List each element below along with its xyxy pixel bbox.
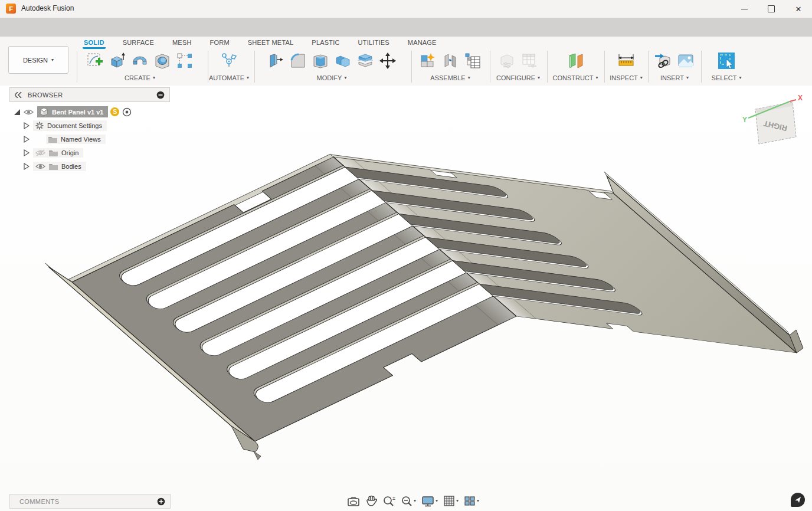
tab-manage[interactable]: MANAGE bbox=[407, 37, 438, 49]
origin-item[interactable]: Origin bbox=[33, 148, 83, 158]
close-button[interactable]: ✕ bbox=[785, 0, 812, 18]
collapse-panel-icon[interactable] bbox=[15, 92, 22, 98]
comments-bar[interactable]: COMMENTS bbox=[9, 494, 171, 509]
group-inspect-label[interactable]: INSPECT▾ bbox=[610, 74, 643, 81]
fit-caret[interactable]: ▾ bbox=[414, 499, 416, 503]
collapsed-triangle-icon[interactable] bbox=[24, 163, 30, 170]
select-icon[interactable] bbox=[717, 51, 736, 70]
feedback-bubble-icon[interactable] bbox=[791, 493, 805, 507]
browser-panel: BROWSER Bent Panel v1 v1 S Document Sett… bbox=[9, 87, 170, 173]
extrude-icon[interactable] bbox=[108, 51, 127, 70]
revolve-icon[interactable] bbox=[130, 51, 149, 70]
group-configure-label[interactable]: CONFIGURE▾ bbox=[496, 74, 540, 81]
fillet-icon[interactable] bbox=[289, 51, 307, 70]
expand-comments-icon[interactable] bbox=[157, 497, 165, 506]
gear-icon bbox=[35, 122, 44, 130]
tab-mesh[interactable]: MESH bbox=[171, 37, 193, 49]
group-insert-label[interactable]: INSERT▾ bbox=[660, 74, 689, 81]
collapsed-triangle-icon[interactable] bbox=[24, 122, 30, 129]
split-body-icon[interactable] bbox=[356, 51, 375, 70]
insert-derive-icon[interactable] bbox=[654, 51, 673, 70]
expand-triangle-icon[interactable] bbox=[13, 108, 21, 116]
fit-icon[interactable]: ▾ bbox=[401, 495, 416, 507]
ribbon-tabs: SOLID SURFACE MESH FORM SHEET METAL PLAS… bbox=[83, 37, 438, 49]
shell-icon[interactable] bbox=[311, 51, 330, 70]
automate-icon[interactable] bbox=[220, 51, 238, 70]
combine-icon[interactable] bbox=[333, 51, 352, 70]
group-configure: CONFIGURE▾ bbox=[492, 49, 545, 84]
group-create: CREATE▾ bbox=[79, 49, 201, 84]
new-component-icon[interactable] bbox=[418, 51, 437, 70]
viewports-icon[interactable]: ▾ bbox=[464, 495, 479, 507]
maximize-icon bbox=[768, 5, 775, 12]
group-automate-label[interactable]: AUTOMATE▾ bbox=[209, 74, 249, 81]
workspace-selector[interactable]: DESIGN ▾ bbox=[8, 46, 68, 74]
tab-plastic[interactable]: PLASTIC bbox=[310, 37, 340, 49]
orbit-icon[interactable] bbox=[347, 495, 360, 507]
collapsed-triangle-icon[interactable] bbox=[24, 149, 30, 156]
component-cube-icon bbox=[40, 107, 48, 116]
viewports-caret[interactable]: ▾ bbox=[477, 499, 479, 503]
visibility-eye-icon[interactable] bbox=[24, 109, 34, 116]
minimize-button[interactable] bbox=[731, 0, 758, 18]
group-assemble: ASSEMBLE▾ bbox=[413, 49, 487, 84]
root-component[interactable]: Bent Panel v1 v1 bbox=[37, 106, 108, 117]
move-icon[interactable] bbox=[378, 51, 397, 70]
display-settings-caret[interactable]: ▾ bbox=[436, 499, 438, 503]
shared-badge: S bbox=[110, 107, 119, 116]
browser-header[interactable]: BROWSER bbox=[9, 87, 170, 102]
group-select-label[interactable]: SELECT▾ bbox=[712, 74, 742, 81]
pattern-icon[interactable] bbox=[175, 51, 194, 70]
document-settings-label: Document Settings bbox=[47, 122, 102, 129]
browser-row-bodies[interactable]: Bodies bbox=[9, 159, 170, 173]
construct-plane-icon[interactable] bbox=[566, 51, 585, 70]
bodies-item[interactable]: Bodies bbox=[33, 162, 86, 171]
comments-label: COMMENTS bbox=[19, 498, 157, 505]
bom-icon[interactable] bbox=[463, 51, 482, 70]
activate-component-icon[interactable] bbox=[122, 107, 132, 117]
decal-icon[interactable] bbox=[676, 51, 695, 70]
configuration-table-icon[interactable] bbox=[520, 51, 539, 70]
group-automate: AUTOMATE▾ bbox=[208, 49, 250, 84]
visibility-off-icon[interactable] bbox=[35, 149, 45, 156]
tab-sheet-metal[interactable]: SHEET METAL bbox=[247, 37, 295, 49]
browser-row-document-settings[interactable]: Document Settings bbox=[9, 119, 170, 132]
workspace-label: DESIGN bbox=[23, 57, 48, 64]
measure-icon[interactable] bbox=[617, 51, 636, 70]
browser-row-root[interactable]: Bent Panel v1 v1 S bbox=[9, 105, 170, 119]
group-create-label[interactable]: CREATE▾ bbox=[125, 74, 155, 81]
document-settings-item[interactable]: Document Settings bbox=[33, 120, 107, 131]
press-pull-icon[interactable] bbox=[266, 51, 285, 70]
hole-icon[interactable] bbox=[153, 51, 172, 70]
grid-snaps-caret[interactable]: ▾ bbox=[456, 499, 459, 503]
viewcube[interactable]: RIGHT Y X bbox=[742, 94, 803, 144]
bodies-label: Bodies bbox=[61, 163, 81, 170]
pan-icon[interactable] bbox=[365, 495, 377, 507]
group-modify-label[interactable]: MODIFY▾ bbox=[317, 74, 347, 81]
group-construct: CONSTRUCT▾ bbox=[549, 49, 602, 84]
tab-solid[interactable]: SOLID bbox=[83, 37, 106, 49]
display-settings-icon[interactable]: ▾ bbox=[421, 495, 438, 507]
named-views-item[interactable]: Named Views bbox=[46, 135, 106, 144]
browser-row-origin[interactable]: Origin bbox=[9, 146, 170, 159]
tab-utilities[interactable]: UTILITIES bbox=[357, 37, 391, 49]
browser-row-named-views[interactable]: Named Views bbox=[9, 132, 170, 146]
grid-snaps-icon[interactable]: ▾ bbox=[443, 495, 459, 507]
collapsed-triangle-icon[interactable] bbox=[24, 136, 30, 143]
svg-text:±: ± bbox=[392, 495, 395, 501]
create-sketch-icon[interactable] bbox=[86, 51, 104, 70]
browser-title: BROWSER bbox=[28, 91, 156, 99]
group-assemble-label[interactable]: ASSEMBLE▾ bbox=[430, 74, 470, 81]
ribbon: SOLID SURFACE MESH FORM SHEET METAL PLAS… bbox=[0, 37, 812, 86]
tab-surface[interactable]: SURFACE bbox=[122, 37, 155, 49]
group-construct-label[interactable]: CONSTRUCT▾ bbox=[552, 74, 598, 81]
maximize-button[interactable] bbox=[758, 0, 785, 18]
configuration-icon[interactable] bbox=[497, 51, 516, 70]
zoom-icon[interactable]: ± bbox=[382, 495, 395, 507]
visibility-eye-icon[interactable] bbox=[35, 163, 45, 170]
viewcube-axis-x: X bbox=[798, 94, 803, 102]
tab-form[interactable]: FORM bbox=[209, 37, 231, 49]
minimize-panel-icon[interactable] bbox=[156, 91, 165, 99]
origin-label: Origin bbox=[61, 149, 78, 156]
joint-icon[interactable] bbox=[441, 51, 460, 70]
